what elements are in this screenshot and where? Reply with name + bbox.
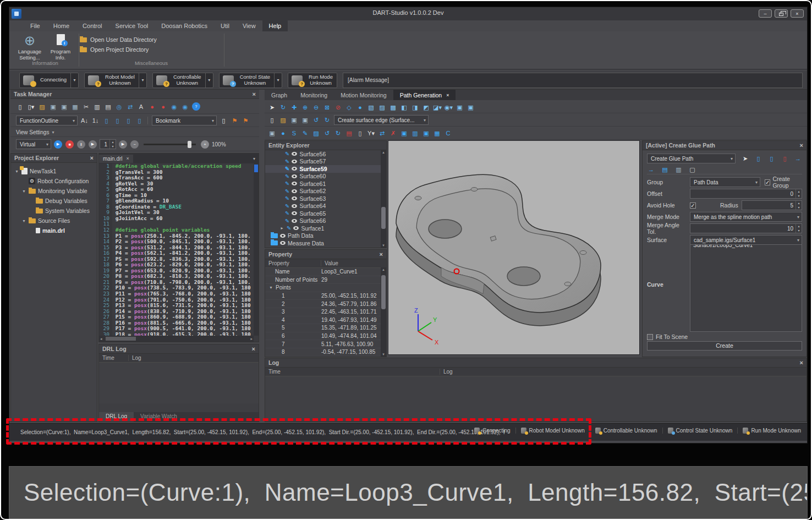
minimize-button[interactable]: – bbox=[759, 9, 772, 18]
fit-to-scene-checkbox[interactable] bbox=[647, 334, 653, 340]
zoom-fit-icon[interactable]: ⊠ bbox=[323, 103, 331, 112]
watch-add-all-icon[interactable]: ▯ bbox=[113, 116, 122, 125]
menu-tab-file[interactable]: File bbox=[24, 20, 47, 31]
section-view-icon[interactable]: ▣ bbox=[456, 103, 464, 112]
visibility-eye-icon[interactable] bbox=[292, 189, 297, 193]
entity-item-surface57[interactable]: ✎Surface57 bbox=[265, 158, 381, 166]
merge-angle-stepper[interactable]: 10 ▴▾ bbox=[690, 223, 802, 233]
property-row[interactable]: NameLoop3_Curve1 bbox=[265, 268, 381, 276]
visibility-eye-icon[interactable] bbox=[292, 211, 297, 215]
scrollbar-thumb[interactable] bbox=[254, 165, 258, 172]
run-count-stepper[interactable]: 1 ▴▾ bbox=[100, 139, 116, 149]
split-curve-icon[interactable]: ✎ bbox=[301, 129, 309, 138]
avoid-hole-checkbox[interactable]: ✓ bbox=[690, 202, 696, 209]
hide-entity-icon[interactable]: ⊘ bbox=[334, 103, 342, 112]
camera-view-icon[interactable]: ◉▾ bbox=[445, 103, 453, 112]
merge-icon[interactable]: ▦ bbox=[433, 129, 441, 138]
control-state-button[interactable]: ?Control StateUnknown▾ bbox=[219, 73, 282, 88]
scroll-right-icon[interactable]: ▸ bbox=[250, 337, 253, 341]
scrollbar-thumb[interactable] bbox=[106, 337, 136, 341]
tree-caret-icon[interactable]: ▸ bbox=[279, 226, 284, 231]
spin-up-icon[interactable]: ▴ bbox=[798, 201, 799, 205]
language-setting-button[interactable]: ⊕ Language Setting... bbox=[15, 34, 45, 61]
glue-command-select[interactable]: Create Glue Path ▾ bbox=[647, 154, 736, 163]
curve-delete-icon[interactable]: ▯ bbox=[781, 154, 789, 163]
breakpoint-add-icon[interactable]: ◉ bbox=[170, 102, 178, 111]
visibility-eye-icon[interactable] bbox=[292, 152, 297, 156]
close-icon[interactable]: × bbox=[380, 251, 383, 258]
property-row[interactable]: 224.36, -457.79, 101.86 bbox=[265, 300, 381, 308]
tree-item-robot-configuration[interactable]: ⚙Robot Configuration bbox=[13, 176, 97, 186]
arc-icon[interactable]: C bbox=[444, 129, 452, 138]
tree-item-newtask1[interactable]: ▾NewTask1 bbox=[13, 166, 97, 176]
property-row[interactable]: 75.11, -476.63, 100.90 bbox=[265, 340, 381, 348]
tree-caret-icon[interactable]: ▾ bbox=[21, 218, 26, 223]
save-icon[interactable]: ▣ bbox=[49, 102, 57, 111]
spin-down-icon[interactable]: ▾ bbox=[798, 228, 799, 233]
view-tab-path-generation[interactable]: Path Generation× bbox=[393, 90, 456, 100]
code-line[interactable]: 12 #define global point variables bbox=[99, 227, 254, 233]
entity-item-path-data[interactable]: Path Data bbox=[265, 232, 381, 240]
tree-caret-icon[interactable]: ▾ bbox=[268, 285, 273, 290]
step-button[interactable]: ▶ bbox=[89, 140, 97, 149]
zoom-out-button[interactable]: − bbox=[130, 140, 139, 149]
pan-icon[interactable]: ✚ bbox=[290, 103, 298, 112]
replace-icon[interactable]: ⇄ bbox=[126, 102, 134, 111]
property-row[interactable]: 8-0.54, -477.15, 100.85 bbox=[265, 348, 381, 357]
ribbon-item-open-project-directory[interactable]: Open Project Directory bbox=[80, 45, 157, 54]
scroll-up-icon[interactable]: ▴ bbox=[382, 267, 385, 272]
spin-up-icon[interactable]: ▴ bbox=[112, 140, 113, 144]
spin-up-icon[interactable]: ▴ bbox=[798, 224, 799, 228]
front-view-icon[interactable]: ▨ bbox=[378, 103, 386, 112]
pause-button[interactable]: ‖ bbox=[77, 140, 85, 149]
entity-scrollbar[interactable]: ▴ ▾ bbox=[381, 150, 386, 248]
close-icon[interactable]: × bbox=[446, 92, 449, 98]
entity-item-measure-data[interactable]: Measure Data bbox=[265, 239, 381, 247]
property-row[interactable]: 610.49, -474.84, 101.04 bbox=[265, 332, 381, 341]
watch-remove-all-icon[interactable]: ▯ bbox=[135, 116, 144, 125]
entity-item-surface66[interactable]: ✎Surface66 bbox=[265, 217, 381, 225]
code-area[interactable]: 1 #define global variable/acceration spe… bbox=[99, 163, 254, 336]
alarm-message-box[interactable]: [Alarm Message] bbox=[343, 73, 803, 88]
preview-icon[interactable]: ▥ bbox=[674, 165, 683, 174]
panel-icon[interactable]: ▤ bbox=[661, 165, 669, 174]
menu-tab-view[interactable]: View bbox=[236, 20, 262, 31]
visibility-eye-icon[interactable] bbox=[280, 241, 286, 245]
view-tab-motion-monitoring[interactable]: Motion Monitoring bbox=[334, 90, 393, 100]
status-item-run-mode-unknown[interactable]: Run Mode Unknown bbox=[737, 428, 806, 434]
print-icon[interactable]: ▦ bbox=[71, 102, 79, 111]
spin-down-icon[interactable]: ▾ bbox=[798, 194, 799, 198]
create-point-icon[interactable]: ● bbox=[279, 129, 287, 138]
visibility-eye-icon[interactable] bbox=[292, 160, 297, 163]
tree-caret-icon[interactable]: ▾ bbox=[14, 169, 19, 174]
entity-item-surface59[interactable]: ✎Surface59 bbox=[265, 165, 381, 173]
chevron-down-icon[interactable]: ▾ bbox=[70, 73, 78, 87]
tree-item-main-drl[interactable]: main.drl bbox=[13, 226, 97, 236]
menu-tab-util[interactable]: Util bbox=[214, 20, 236, 31]
select-icon[interactable]: ➤ bbox=[268, 103, 276, 112]
virtual-mode-select[interactable]: Virtual ▾ bbox=[16, 139, 51, 149]
column-property[interactable]: Property bbox=[265, 260, 321, 266]
copy-icon[interactable]: ▥ bbox=[93, 102, 101, 111]
run-once-button[interactable]: ▶ bbox=[119, 140, 127, 149]
menu-tab-control[interactable]: Control bbox=[76, 20, 108, 31]
bookmark-prev-icon[interactable]: ⚑ bbox=[242, 116, 250, 125]
visibility-eye-icon[interactable] bbox=[292, 174, 297, 178]
curve-add-icon[interactable]: ▯ bbox=[754, 154, 762, 163]
visibility-eye-icon[interactable] bbox=[292, 167, 297, 171]
visibility-eye-icon[interactable] bbox=[280, 234, 286, 238]
create-group-checkbox[interactable]: ✓ bbox=[765, 179, 770, 185]
visibility-eye-icon[interactable] bbox=[293, 226, 299, 230]
curve-remove-icon[interactable]: ▯ bbox=[767, 154, 776, 163]
entity-item-surface1[interactable]: ▸✎Surface1 bbox=[265, 225, 381, 232]
function-outline-select[interactable]: FunctionOutline ▾ bbox=[16, 116, 78, 125]
scroll-up-icon[interactable]: ▴ bbox=[382, 150, 385, 155]
tree-item-system-variables[interactable]: System Variables bbox=[13, 206, 97, 216]
bookmark-select[interactable]: Bookmark ▾ bbox=[152, 116, 217, 125]
group-select[interactable]: Path Data ▾ bbox=[690, 177, 760, 187]
crop-entity-icon[interactable]: ▣ bbox=[400, 129, 408, 138]
left-view-icon[interactable]: ◧ bbox=[400, 103, 408, 112]
loop-ccw-icon[interactable]: ↺ bbox=[323, 129, 331, 138]
code-line[interactable]: 30 P18 = posx(918.0, -615.3, 200.0, -93.… bbox=[99, 332, 254, 336]
book-icon[interactable]: ▤ bbox=[345, 129, 353, 138]
